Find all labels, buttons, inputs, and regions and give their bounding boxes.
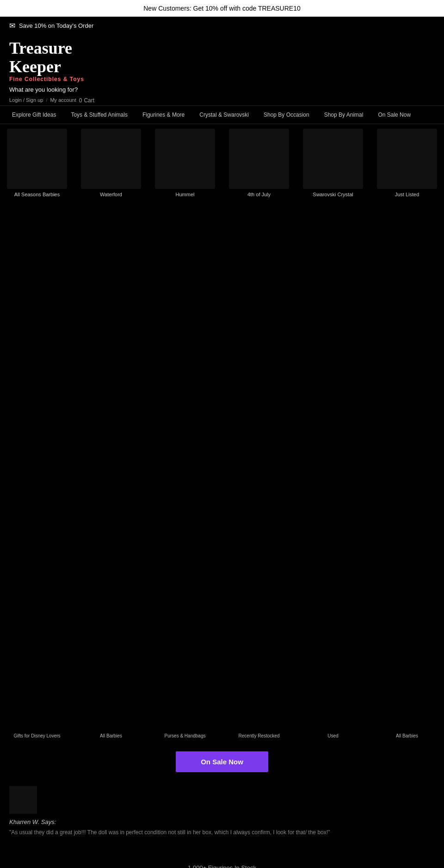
category-waterford[interactable]: Waterford bbox=[74, 129, 148, 197]
category-img-hummel bbox=[155, 129, 215, 189]
category-label-waterford: Waterford bbox=[98, 192, 124, 197]
nav-item-shop-animal[interactable]: Shop By Animal bbox=[317, 106, 371, 124]
nav-account[interactable]: My account bbox=[50, 97, 76, 104]
nav-item-shop-occasion[interactable]: Shop By Occasion bbox=[256, 106, 317, 124]
category-img-swarovski bbox=[303, 129, 363, 189]
hero-image-block-3 bbox=[0, 554, 444, 730]
reviewer-name-1: Kharren W. Says: bbox=[9, 818, 435, 825]
email-bar-text: Save 10% on Today's Order bbox=[19, 22, 93, 29]
nav-item-gift-ideas[interactable]: Explore Gift Ideas bbox=[5, 106, 63, 124]
category-label-all-seasons: All Seasons Barbies bbox=[12, 192, 62, 197]
cart-count: 0 Cart bbox=[79, 97, 94, 104]
brand-title: Treasure Keeper bbox=[9, 39, 435, 76]
category-swarovski[interactable]: Swarovski Crystal bbox=[296, 129, 370, 197]
bottom-label-3[interactable]: Recently Restocked bbox=[222, 733, 296, 738]
category-grid-row1: All Seasons Barbies Waterford Hummel 4th… bbox=[0, 124, 444, 202]
review-text-1: "As usual they did a great job!!! The do… bbox=[9, 828, 435, 837]
bottom-labels-row: Gifts for Disney Lovers All Barbies Purs… bbox=[0, 730, 444, 742]
category-just-listed[interactable]: Just Listed bbox=[370, 129, 444, 197]
bottom-label-5[interactable]: All Barbies bbox=[370, 733, 444, 738]
category-img-just-listed bbox=[377, 129, 437, 189]
stock-text: 1,000+ Figurines In Stock bbox=[188, 864, 256, 868]
nav-item-on-sale[interactable]: On Sale Now bbox=[370, 106, 418, 124]
on-sale-cta-section: On Sale Now bbox=[0, 742, 444, 781]
category-4th-july[interactable]: 4th of July bbox=[222, 129, 296, 197]
category-hummel[interactable]: Hummel bbox=[148, 129, 222, 197]
email-bar: ✉ Save 10% on Today's Order bbox=[0, 17, 444, 35]
bottom-label-0[interactable]: Gifts for Disney Lovers bbox=[0, 733, 74, 738]
category-img-waterford bbox=[81, 129, 141, 189]
bottom-label-1[interactable]: All Barbies bbox=[74, 733, 148, 738]
figurines-cta-section: 1,000+ Figurines In Stock Check 'Em Out bbox=[0, 850, 444, 868]
nav-item-figurines[interactable]: Figurines & More bbox=[135, 106, 192, 124]
category-label-4th-july: 4th of July bbox=[246, 192, 272, 197]
category-all-seasons[interactable]: All Seasons Barbies bbox=[0, 129, 74, 197]
category-label-just-listed: Just Listed bbox=[393, 192, 421, 197]
category-img-all-seasons bbox=[7, 129, 67, 189]
bottom-label-2[interactable]: Purses & Handbags bbox=[148, 733, 222, 738]
hero-image-block-2 bbox=[0, 378, 444, 554]
review-section-1: Kharren W. Says: "As usual they did a gr… bbox=[0, 781, 444, 850]
main-nav: Explore Gift Ideas Toys & Stuffed Animal… bbox=[0, 106, 444, 124]
brand-subtitle: Fine Collectibles & Toys bbox=[9, 76, 435, 82]
nav-item-crystal[interactable]: Crystal & Swarovski bbox=[192, 106, 256, 124]
category-label-swarovski: Swarovski Crystal bbox=[311, 192, 355, 197]
bottom-label-4[interactable]: Used bbox=[296, 733, 370, 738]
review-img-1 bbox=[9, 786, 37, 814]
brand-header: Treasure Keeper Fine Collectibles & Toys… bbox=[0, 35, 444, 95]
announcement-text: New Customers: Get 10% off with code TRE… bbox=[143, 5, 301, 12]
announcement-bar: New Customers: Get 10% off with code TRE… bbox=[0, 0, 444, 17]
nav-links: Login / Sign up / My account 0 Cart bbox=[0, 95, 444, 106]
on-sale-now-button[interactable]: On Sale Now bbox=[176, 751, 268, 772]
hero-image-block-1 bbox=[0, 202, 444, 378]
search-label: What are you looking for? bbox=[9, 86, 435, 93]
envelope-icon: ✉ bbox=[9, 21, 15, 30]
nav-login[interactable]: Login / Sign up bbox=[9, 97, 43, 104]
nav-item-toys[interactable]: Toys & Stuffed Animals bbox=[63, 106, 135, 124]
category-label-hummel: Hummel bbox=[174, 192, 197, 197]
category-img-4th-july bbox=[229, 129, 289, 189]
